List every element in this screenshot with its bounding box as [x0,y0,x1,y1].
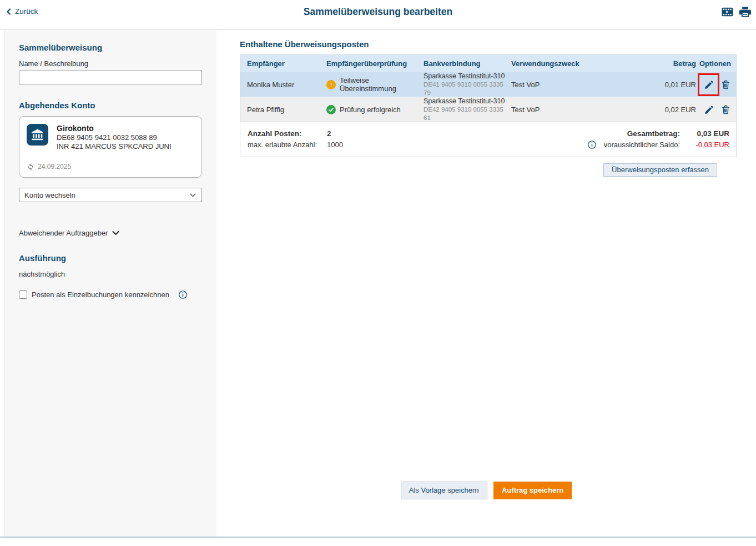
add-transfer-item-button[interactable]: Überweisungsposten erfassen [603,163,717,177]
outgoing-account-title: Abgehendes Konto [19,101,203,110]
row-verification-status: Prüfung erfolgreich [340,106,401,114]
page-title: Sammelüberweisung bearbeiten [0,6,756,18]
printer-icon[interactable] [739,6,752,18]
divergent-principal-toggle[interactable]: Abweichender Auftraggeber [19,229,203,237]
main-content: Enthaltene Überweisungsposten Empfänger … [216,31,756,546]
col-header-verification: Empfängerüberprüfung [326,59,424,68]
row-verification-status: Teilweise Übereinstimmung [340,76,424,93]
row-recipient: Petra Pfiffig [240,106,326,114]
col-header-purpose: Verwendungszweck [511,59,632,68]
pencil-icon[interactable] [704,79,714,90]
max-count-value: 1000 [327,141,343,149]
account-card[interactable]: Girokonto DE68 9405 9421 0032 5088 89 IN… [19,116,202,178]
total-value: 0,03 EUR [697,129,729,138]
warning-circle-icon [326,80,336,89]
balance-value: -0,03 EUR [695,141,729,149]
row-bank-iban: DE41 9405 9310 0055 3335 79 [424,81,511,97]
col-header-bank: Bankverbindung [424,59,511,68]
bottom-divider [0,537,756,538]
row-amount: 0,01 EUR [632,81,696,89]
max-count-label: max. erlaubte Anzahl: [248,141,327,149]
total-label: Gesamtbetrag: [627,129,680,138]
name-input[interactable] [19,71,202,84]
row-bank-name: Sparkasse Testinstitut-310 [424,97,511,106]
table-header-row: Empfänger Empfängerüberprüfung Bankverbi… [240,55,736,72]
account-name: Girokonto [57,124,172,133]
film-icon[interactable] [721,6,734,18]
name-field-label: Name / Beschreibung [19,59,203,68]
row-recipient: Monika Muster [240,81,326,89]
row-amount: 0,02 EUR [632,106,696,114]
execution-title: Ausführung [19,253,203,263]
trash-icon[interactable] [720,79,731,90]
page-header: Zurück Sammelüberweisung bearbeiten [0,0,756,30]
sidebar-section-title: Sammelüberweisung [19,43,203,52]
save-template-button[interactable]: Als Vorlage speichern [401,482,487,499]
transfer-items-table: Empfänger Empfängerüberprüfung Bankverbi… [240,54,737,157]
row-purpose: Test VoP [511,81,632,89]
account-iban: DE68 9405 9421 0032 5088 89 [57,133,172,142]
items-section-title: Enthaltene Überweisungsposten [240,39,756,49]
count-label: Anzahl Posten: [248,129,327,138]
chevron-down-icon [112,229,120,237]
execution-value: nächstmöglich [19,270,203,278]
pencil-icon[interactable] [704,104,714,115]
row-bank-iban: DE42 9405 9310 0055 3335 61 [424,106,511,122]
table-row[interactable]: Monika Muster Teilweise Übereinstimmung … [240,72,736,97]
chevron-down-icon [189,192,196,199]
single-booking-checkbox[interactable] [19,290,27,299]
col-header-amount: Betrag [632,59,696,68]
divergent-principal-label: Abweichender Auftraggeber [19,229,108,237]
account-select-value: Konto wechseln [24,191,75,199]
row-purpose: Test VoP [511,106,632,114]
info-icon[interactable] [587,140,597,149]
check-circle-icon [326,105,336,114]
col-header-options: Optionen [696,59,736,68]
info-icon[interactable] [178,290,188,299]
save-order-button[interactable]: Auftrag speichern [493,482,572,499]
bank-icon [27,124,48,146]
count-value: 2 [327,129,343,138]
col-header-recipient: Empfänger [240,59,326,68]
table-row[interactable]: Petra Pfiffig Prüfung erfolgreich Sparka… [240,97,736,122]
balance-label: voraussichtlicher Saldo: [604,141,680,149]
refresh-icon[interactable] [27,163,34,171]
account-balance-date: 24.09.2025 [38,163,71,171]
account-subtitle: INR 421 MARCUS SPKCARD JUNI [57,142,172,151]
table-summary: Anzahl Posten: 2 max. erlaubte Anzahl: 1… [240,122,736,157]
account-select[interactable]: Konto wechseln [19,188,202,202]
single-booking-label: Posten als Einzelbuchungen kennzeichnen [32,290,169,299]
row-bank-name: Sparkasse Testinstitut-310 [424,72,511,81]
sidebar: Sammelüberweisung Name / Beschreibung Ab… [4,31,216,537]
trash-icon[interactable] [720,104,731,115]
footer-actions: Als Vorlage speichern Auftrag speichern [216,482,756,499]
